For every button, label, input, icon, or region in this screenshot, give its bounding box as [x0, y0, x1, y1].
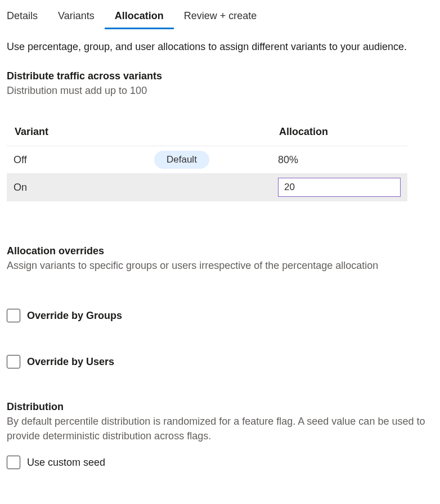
override-by-users-checkbox[interactable]	[7, 355, 20, 368]
distribute-title: Distribute traffic across variants	[7, 70, 433, 82]
use-custom-seed-row: Use custom seed	[7, 456, 433, 469]
table-row: Off Default 80%	[7, 146, 407, 174]
intro-text: Use percentage, group, and user allocati…	[7, 39, 433, 55]
override-by-groups-label: Override by Groups	[27, 310, 122, 322]
default-badge: Default	[154, 151, 209, 169]
use-custom-seed-checkbox[interactable]	[7, 456, 20, 469]
override-by-users-row: Override by Users	[7, 355, 433, 368]
column-header-variant: Variant	[7, 120, 147, 146]
override-by-groups-row: Override by Groups	[7, 309, 433, 322]
column-header-allocation: Allocation	[271, 120, 407, 146]
overrides-sub: Assign variants to specific groups or us…	[7, 258, 433, 273]
distribution-sub: By default percentile distribution is ra…	[7, 414, 433, 443]
override-by-users-label: Override by Users	[27, 356, 114, 368]
overrides-title: Allocation overrides	[7, 245, 433, 257]
override-by-groups-checkbox[interactable]	[7, 309, 20, 322]
tab-allocation[interactable]: Allocation	[105, 4, 174, 29]
allocation-input[interactable]	[278, 178, 401, 197]
distribute-sub: Distribution must add up to 100	[7, 83, 433, 98]
distribution-title: Distribution	[7, 401, 433, 413]
allocation-value-text: 80%	[278, 154, 298, 165]
tab-review-create[interactable]: Review + create	[174, 4, 267, 29]
column-header-badge	[147, 120, 271, 146]
wizard-tabs: Details Variants Allocation Review + cre…	[7, 4, 433, 29]
variant-name-cell: Off	[7, 146, 147, 174]
table-row: On	[7, 173, 407, 201]
variant-allocation-table: Variant Allocation Off Default 80% On	[7, 120, 407, 201]
variant-name-cell: On	[7, 173, 147, 201]
tab-details[interactable]: Details	[7, 4, 48, 29]
use-custom-seed-label: Use custom seed	[27, 457, 105, 469]
tab-variants[interactable]: Variants	[48, 4, 105, 29]
